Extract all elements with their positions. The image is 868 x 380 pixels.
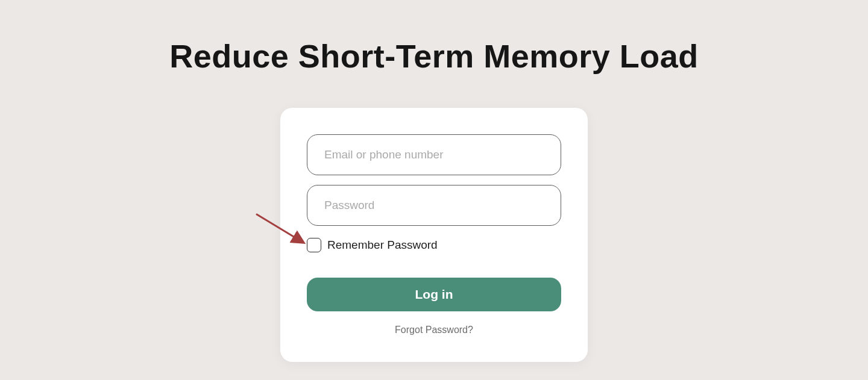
page-title: Reduce Short-Term Memory Load — [0, 0, 868, 75]
login-button[interactable]: Log in — [307, 278, 561, 311]
forgot-password-link[interactable]: Forgot Password? — [307, 325, 561, 335]
email-field[interactable] — [307, 134, 561, 175]
login-card: Remember Password Log in Forgot Password… — [280, 108, 588, 362]
remember-row: Remember Password — [307, 238, 561, 252]
password-field[interactable] — [307, 185, 561, 226]
remember-label: Remember Password — [327, 238, 438, 252]
remember-checkbox[interactable] — [307, 238, 321, 252]
